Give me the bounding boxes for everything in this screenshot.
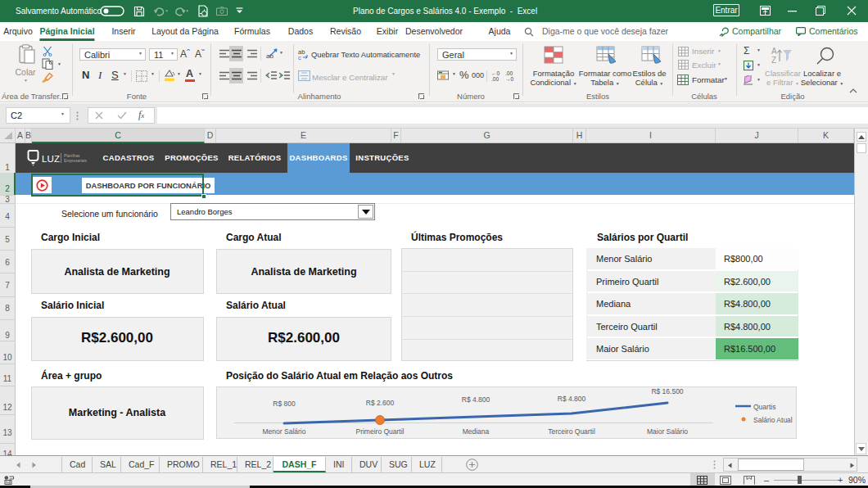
svg-text:c: c [298,54,301,61]
svg-text:Quartis: Quartis [753,403,775,411]
svg-text:Maior Salário: Maior Salário [647,427,688,436]
svg-text:→0: →0 [505,76,514,82]
svg-text:Primeiro Quartil: Primeiro Quartil [355,427,404,436]
svg-text:Salário Atual: Salário Atual [753,416,793,424]
svg-text:.00: .00 [491,76,499,82]
svg-text:R$ 800: R$ 800 [273,400,296,408]
svg-text:A: A [771,47,777,56]
svg-text:R$ 4.800: R$ 4.800 [462,395,491,404]
svg-text:Terceiro Quartil: Terceiro Quartil [548,427,595,436]
svg-text:R$ 16.500: R$ 16.500 [651,387,683,395]
svg-text:Menor Salário: Menor Salário [263,427,306,436]
svg-text:Mediana: Mediana [463,427,490,436]
svg-text:Z: Z [771,56,776,65]
svg-text:R$ 4.800: R$ 4.800 [558,395,586,403]
svg-text:R$ 2.600: R$ 2.600 [366,399,395,407]
